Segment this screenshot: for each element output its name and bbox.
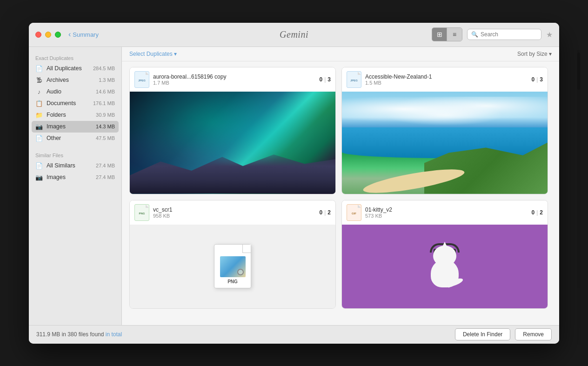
sidebar-item-audio[interactable]: ♪ Audio 14.6 MB xyxy=(29,86,121,98)
grid-item-header: JPEG aurora-boreal...6158196 copy 1.7 MB… xyxy=(130,67,335,92)
list-view-button[interactable]: ≡ xyxy=(447,28,462,41)
sidebar-item-size: 30.9 MB xyxy=(96,112,115,118)
music-icon: ♪ xyxy=(35,88,43,95)
dupe-count: 0 | 2 xyxy=(532,209,543,216)
separator: | xyxy=(324,209,326,216)
file-name: Accessible-New-Zealand-1 xyxy=(365,73,528,80)
sidebar-item-label: Audio xyxy=(47,88,92,95)
grid-container: JPEG aurora-boreal...6158196 copy 1.7 MB… xyxy=(122,61,559,314)
sidebar-item-size: 14.3 MB xyxy=(96,124,115,129)
file-name: 01-kitty_v2 xyxy=(365,206,528,213)
grid-item-nz[interactable]: JPEG Accessible-New-Zealand-1 1.5 MB 0 |… xyxy=(341,67,548,194)
selected-count: 0 xyxy=(320,76,323,83)
sidebar-item-size: 47.5 MB xyxy=(96,135,115,141)
sidebar-item-other[interactable]: 📄 Other 47.5 MB xyxy=(29,133,121,144)
separator: | xyxy=(324,76,326,83)
sidebar-item-label: All Duplicates xyxy=(47,65,89,72)
status-highlight: in total xyxy=(106,331,122,338)
exact-duplicates-label: Exact Duplicates xyxy=(29,53,121,63)
file-size: 573 KB xyxy=(365,213,528,219)
selected-count: 0 xyxy=(532,76,535,83)
camera-icon: 📷 xyxy=(35,123,43,130)
file-info: vc_scr1 958 KB xyxy=(153,206,316,219)
separator: | xyxy=(536,209,538,216)
sidebar-item-size: 176.1 MB xyxy=(93,100,115,106)
file-size: 1.7 MB xyxy=(153,80,316,86)
titlebar: ‹ Summary Gemini ⊞ ≡ 🔍 ★ xyxy=(29,23,559,47)
doc-icon: 📋 xyxy=(35,100,43,107)
file-type-badge: GIF xyxy=(347,204,361,221)
app-title: Gemini xyxy=(280,29,308,40)
sidebar-divider xyxy=(29,144,121,150)
close-button[interactable] xyxy=(35,32,41,38)
view-toggle: ⊞ ≡ xyxy=(432,27,462,41)
remove-button[interactable]: Remove xyxy=(515,328,552,340)
grid-item-image xyxy=(342,225,548,308)
file-size: 958 KB xyxy=(153,213,316,219)
file-info: 01-kitty_v2 573 KB xyxy=(365,206,528,219)
dupe-count: 0 | 2 xyxy=(320,209,331,216)
other-icon: 📄 xyxy=(35,135,43,142)
main-content: Exact Duplicates 📄 All Duplicates 284.5 … xyxy=(29,47,559,325)
zip-icon: 🗜 xyxy=(35,77,43,84)
grid-view-button[interactable]: ⊞ xyxy=(432,28,447,41)
content-area: Select Duplicates ▾ Sort by Size ▾ JPEG … xyxy=(122,47,559,325)
file-type-badge: JPEG xyxy=(347,71,361,88)
file-name: vc_scr1 xyxy=(153,206,316,213)
minimize-button[interactable] xyxy=(45,32,51,38)
sort-button[interactable]: Sort by Size ▾ xyxy=(517,51,552,57)
sidebar-item-archives[interactable]: 🗜 Archives 1.3 MB xyxy=(29,74,121,86)
back-button[interactable]: ‹ Summary xyxy=(68,30,99,39)
chevron-left-icon: ‹ xyxy=(68,30,71,39)
sidebar-item-label: Images xyxy=(47,123,92,130)
selected-count: 0 xyxy=(320,209,323,216)
sidebar-item-similar-images[interactable]: 📷 Images 27.4 MB xyxy=(29,172,121,183)
sidebar-item-all-duplicates[interactable]: 📄 All Duplicates 284.5 MB xyxy=(29,63,121,74)
file-size: 1.5 MB xyxy=(365,80,528,86)
file-type-badge: PNG xyxy=(134,204,149,221)
select-duplicates-button[interactable]: Select Duplicates ▾ xyxy=(129,51,177,57)
search-input[interactable] xyxy=(481,31,536,38)
grid-item-image xyxy=(342,92,548,194)
sidebar-item-folders[interactable]: 📁 Folders 30.9 MB xyxy=(29,109,121,121)
grid-item-kitty[interactable]: GIF 01-kitty_v2 573 KB 0 | 2 xyxy=(341,200,548,309)
grid-item-header: JPEG Accessible-New-Zealand-1 1.5 MB 0 |… xyxy=(342,67,548,92)
dupe-count: 0 | 3 xyxy=(320,76,331,83)
sidebar-item-label: Other xyxy=(47,135,92,141)
traffic-lights xyxy=(35,32,61,38)
total-count: 3 xyxy=(327,76,331,83)
kitty-illustration xyxy=(426,246,463,287)
status-text: 311.9 MB in 380 files found in total xyxy=(36,331,122,338)
grid-item-vcscr1[interactable]: PNG vc_scr1 958 KB 0 | 2 xyxy=(129,200,336,309)
sidebar-item-documents[interactable]: 📋 Documents 176.1 MB xyxy=(29,98,121,109)
grid-item-image xyxy=(130,92,335,194)
similar-files-label: Similar Files xyxy=(29,150,121,160)
bookmark-icon[interactable]: ★ xyxy=(546,30,553,39)
doc-icon: 📄 xyxy=(35,65,43,72)
sidebar-item-label: All Similars xyxy=(47,162,92,169)
search-box: 🔍 xyxy=(467,29,541,40)
app-window: ‹ Summary Gemini ⊞ ≡ 🔍 ★ Exac xyxy=(29,23,559,344)
file-info: aurora-boreal...6158196 copy 1.7 MB xyxy=(153,73,316,86)
selected-count: 0 xyxy=(532,209,535,216)
sidebar-item-size: 1.3 MB xyxy=(99,77,115,83)
sidebar-item-all-similars[interactable]: 📄 All Similars 27.4 MB xyxy=(29,160,121,172)
dupe-count: 0 | 3 xyxy=(532,76,543,83)
sidebar-item-size: 27.4 MB xyxy=(96,163,115,168)
grid-item-aurora[interactable]: JPEG aurora-boreal...6158196 copy 1.7 MB… xyxy=(129,67,336,194)
separator: | xyxy=(536,76,538,83)
sidebar-item-label: Folders xyxy=(47,112,92,118)
maximize-button[interactable] xyxy=(55,32,61,38)
delete-in-finder-button[interactable]: Delete In Finder xyxy=(455,328,510,340)
camera-similar-icon: 📷 xyxy=(35,174,43,181)
grid-item-image: PNG xyxy=(130,225,335,308)
list-view-icon: ≡ xyxy=(453,31,456,38)
sidebar-item-label: Archives xyxy=(47,77,95,83)
sidebar-item-images[interactable]: 📷 Images 14.3 MB xyxy=(32,121,119,133)
similar-doc-icon: 📄 xyxy=(35,162,43,169)
file-type-badge: JPEG xyxy=(134,71,149,88)
back-label: Summary xyxy=(73,31,99,38)
png-file-preview: PNG xyxy=(214,244,251,288)
grid-item-header: PNG vc_scr1 958 KB 0 | 2 xyxy=(130,200,335,225)
sidebar-item-size: 284.5 MB xyxy=(93,66,115,71)
